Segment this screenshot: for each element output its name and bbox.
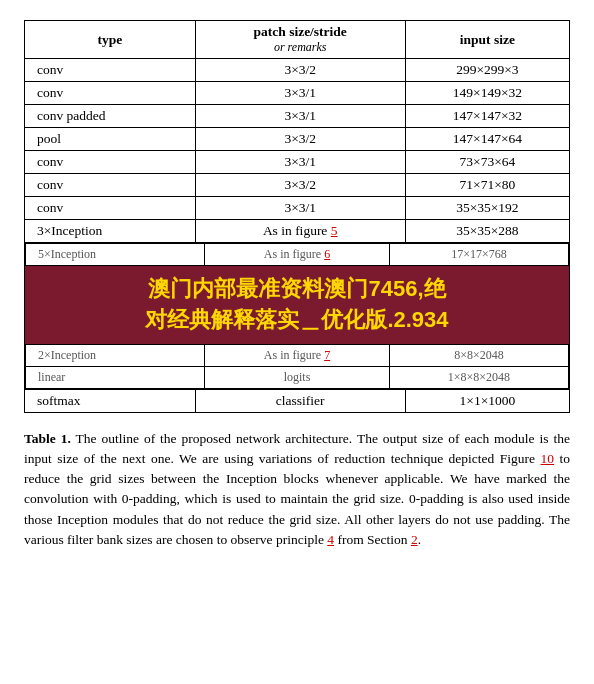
table-row: conv 3×3/2 299×299×3 — [25, 59, 570, 82]
table-row: conv padded 3×3/1 147×147×32 — [25, 105, 570, 128]
table-row: pool 3×3/2 147×147×64 — [25, 128, 570, 151]
architecture-table: type patch size/stride or remarks input … — [24, 20, 570, 413]
cell-patch: 3×3/1 — [195, 151, 405, 174]
col-input: input size — [405, 21, 569, 59]
table-row: conv 3×3/1 35×35×192 — [25, 197, 570, 220]
cell-input: 149×149×32 — [405, 82, 569, 105]
table-row: conv 3×3/1 73×73×64 — [25, 151, 570, 174]
table-row-obscured: 5×Inception As in figure 6 17×17×768 — [26, 244, 569, 266]
cell-patch: 3×3/1 — [195, 105, 405, 128]
cell-patch: classifier — [195, 389, 405, 412]
cell-type: conv — [25, 197, 196, 220]
caption-ref1: 10 — [541, 451, 555, 466]
overlay-line1: 澳门内部最准资料澳门7456,绝 — [31, 274, 563, 305]
cell-patch: 3×3/1 — [195, 197, 405, 220]
cell-patch: As in figure 5 — [195, 220, 405, 243]
cell-input: 1×1×1000 — [405, 389, 569, 412]
cell-type: conv — [25, 59, 196, 82]
cell-input: 147×147×32 — [405, 105, 569, 128]
cell-patch: 3×3/2 — [195, 174, 405, 197]
cell-input: 35×35×192 — [405, 197, 569, 220]
cell-patch: 3×3/2 — [195, 128, 405, 151]
cell-input: 299×299×3 — [405, 59, 569, 82]
overlay-line2: 对经典解释落实＿优化版.2.934 — [31, 305, 563, 336]
table-row: conv 3×3/1 149×149×32 — [25, 82, 570, 105]
cell-type: softmax — [25, 389, 196, 412]
table-caption: Table 1. The outline of the proposed net… — [24, 429, 570, 551]
cell-input: 147×147×64 — [405, 128, 569, 151]
table-row-obscured: 2×Inception As in figure 7 8×8×2048 — [26, 344, 569, 366]
cell-type: conv padded — [25, 105, 196, 128]
table-row: 3×Inception As in figure 5 35×35×288 — [25, 220, 570, 243]
cell-input: 73×73×64 — [405, 151, 569, 174]
table-container: type patch size/stride or remarks input … — [24, 20, 570, 413]
overlay-banner: 澳门内部最准资料澳门7456,绝 对经典解释落实＿优化版.2.934 — [25, 266, 569, 344]
caption-text3: from Section — [334, 532, 411, 547]
cell-input: 35×35×288 — [405, 220, 569, 243]
caption-ref3: 2 — [411, 532, 418, 547]
cell-type: conv — [25, 174, 196, 197]
table-row-obscured: linear logits 1×8×8×2048 — [26, 366, 569, 388]
caption-label: Table 1. — [24, 431, 71, 446]
cell-type: pool — [25, 128, 196, 151]
table-row: softmax classifier 1×1×1000 — [25, 389, 570, 412]
caption-period: . — [418, 532, 421, 547]
cell-patch: 3×3/1 — [195, 82, 405, 105]
cell-input: 71×71×80 — [405, 174, 569, 197]
caption-text1: The outline of the proposed network arch… — [24, 431, 570, 466]
col-patch: patch size/stride or remarks — [195, 21, 405, 59]
overlay-row: 5×Inception As in figure 6 17×17×768 澳门内… — [25, 243, 570, 390]
cell-patch: 3×3/2 — [195, 59, 405, 82]
cell-type: conv — [25, 82, 196, 105]
cell-type: 3×Inception — [25, 220, 196, 243]
cell-type: conv — [25, 151, 196, 174]
table-row: conv 3×3/2 71×71×80 — [25, 174, 570, 197]
col-type: type — [25, 21, 196, 59]
